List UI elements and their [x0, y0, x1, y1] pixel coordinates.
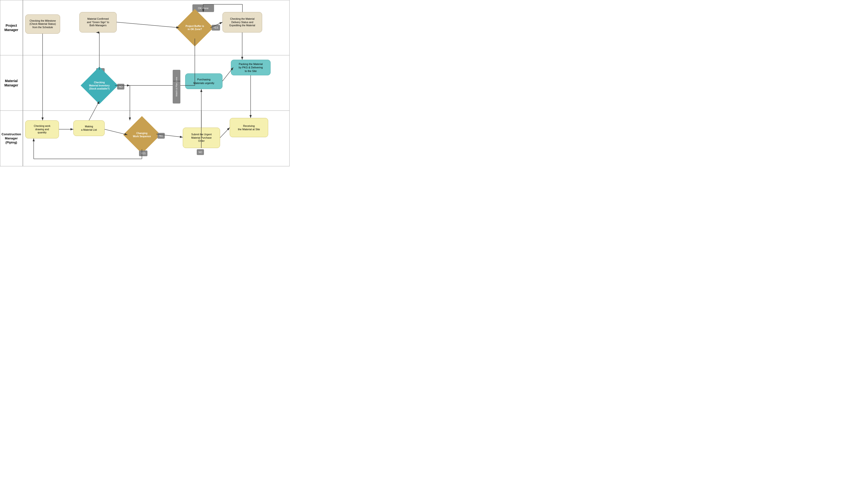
purchasing-node: Purchasing Materials urgently — [185, 73, 223, 89]
material-list-node: Making a Material List — [73, 120, 105, 136]
submit-order-node: Submit the Urgent Material Purchase Orde… — [183, 127, 220, 148]
changing-sequence-diamond-container: Changing Work Sequence — [127, 120, 156, 149]
check-inventory-diamond-container: Checking Material Inventory (Stock avail… — [84, 70, 115, 101]
diagram-container: Project Manager Material Manager Constru… — [0, 0, 290, 166]
material-confirmed-node: Material Confirmed and "Green Sign" to B… — [79, 12, 117, 33]
project-buffer-diamond-container: Project Buffer is in OK Zone? — [179, 12, 211, 43]
no-label-inventory: NO — [117, 84, 124, 89]
yes-label-sequence: YES — [139, 150, 148, 156]
no-label-purchasing: NO — [197, 149, 204, 155]
packing-node: Packing the Material by PKG & Delivering… — [231, 60, 271, 75]
lane-label-project-manager: Project Manager — [0, 0, 23, 56]
lane-label-construction-manager: Construction Manager (Piping) — [0, 111, 23, 166]
check-delivery-node: Checking the Material Delivery Status an… — [223, 12, 262, 33]
lane-label-material-manager: Material Manager — [0, 56, 23, 111]
no-label-sequence: NO — [158, 133, 165, 139]
receiving-node: Receiving the Material at Site — [230, 118, 268, 137]
watch-plan-zone-node: Watch & Plan Zone — [173, 70, 180, 104]
check-milestone-node: Checking the Milestone (Check Material S… — [25, 14, 60, 34]
yes-label-buffer: YES — [212, 25, 220, 31]
check-drawing-node: Checking work drawing and quantity — [25, 120, 59, 138]
